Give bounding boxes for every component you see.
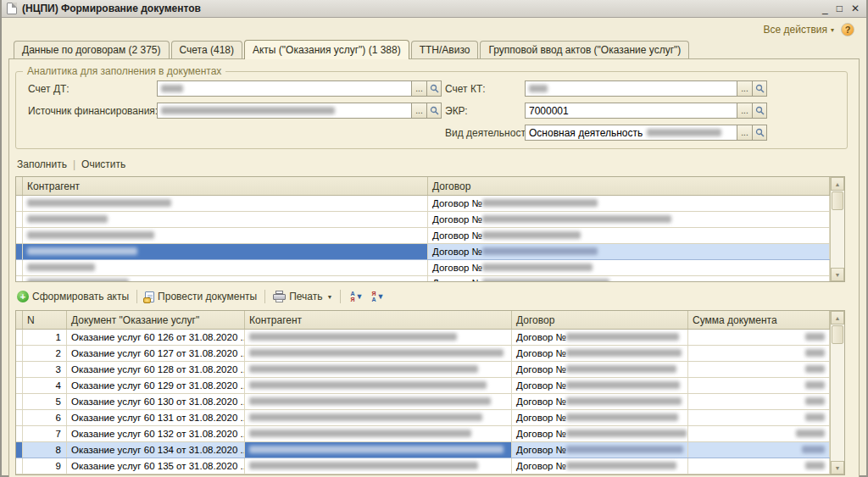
contract-cell: Договор № — [428, 260, 830, 275]
sort-ascending-button[interactable]: АЯ ▼ — [348, 290, 364, 303]
redacted-text — [27, 247, 137, 255]
table-row[interactable]: Договор № — [16, 276, 830, 281]
contract-prefix: Договор № — [516, 380, 566, 391]
contract-cell: Договор № — [512, 362, 688, 377]
redacted-text — [482, 231, 581, 239]
table-row[interactable]: Договор № — [16, 260, 830, 276]
istochnik-ellipsis-button[interactable]: ... — [411, 103, 426, 119]
vid-magnifier-icon[interactable] — [752, 125, 767, 141]
tab-content-panel: Аналитика для заполнения в документах Сч… — [8, 58, 860, 477]
table-row[interactable]: 1Оказание услуг 60 126 от 31.08.2020 ...… — [16, 330, 830, 346]
tab-0[interactable]: Данные по договорам (2 375) — [14, 41, 170, 58]
contract-prefix: Договор № — [516, 429, 566, 439]
contracts-table-scrollbar[interactable]: ▲ ▼ — [830, 177, 844, 281]
redacted-text — [249, 333, 457, 341]
redacted-text — [802, 446, 825, 453]
table-row[interactable]: 9Оказание услуг 60 135 от 31.08.2020 ...… — [16, 458, 830, 474]
analytics-groupbox: Аналитика для заполнения в документах Сч… — [15, 71, 848, 149]
clear-button[interactable]: Очистить — [81, 158, 125, 170]
sort-descending-button[interactable]: ЯА ▼ — [370, 290, 386, 303]
table-row[interactable]: 4Оказание услуг 60 129 от 31.08.2020 ...… — [16, 378, 830, 394]
schet-kt-magnifier-icon[interactable] — [752, 80, 767, 97]
sum-cell — [688, 426, 830, 441]
print-label: Печать — [289, 291, 322, 302]
table-row[interactable]: 5Оказание услуг 60 130 от 31.08.2020 ...… — [16, 394, 830, 410]
post-documents-button[interactable]: Провести документы — [145, 291, 257, 302]
table-row[interactable]: Договор № — [16, 228, 830, 244]
vid-deyatelnosti-field[interactable]: Основная деятельность... — [525, 125, 767, 141]
header-contract[interactable]: Договор — [428, 177, 830, 195]
redacted-text — [566, 397, 682, 405]
schet-kt-ellipsis-button[interactable]: ... — [737, 80, 752, 97]
contract-cell: Договор № — [512, 378, 688, 393]
header-contractor[interactable]: Контрагент — [23, 177, 428, 195]
print-button[interactable]: Печать ▼ — [273, 291, 332, 302]
contracts-table: Контрагент Договор Договор №Договор №Дог… — [15, 176, 845, 282]
contract-cell: Договор № — [512, 346, 688, 361]
scroll-up-icon[interactable]: ▲ — [831, 311, 844, 324]
redacted-text — [805, 365, 825, 373]
schet-dt-ellipsis-button[interactable]: ... — [411, 80, 426, 97]
schet-kt-field[interactable]: ... — [525, 80, 767, 97]
ekr-field[interactable]: 7000001... — [525, 103, 767, 119]
redacted-text — [27, 263, 95, 271]
schet-dt-field[interactable]: ... — [157, 80, 442, 97]
fill-button[interactable]: Заполнить — [17, 158, 67, 170]
row-number-cell: 4 — [23, 378, 67, 393]
scroll-thumb[interactable] — [832, 191, 843, 210]
tab-1[interactable]: Счета (418) — [171, 41, 242, 58]
header-contractor[interactable]: Контрагент — [245, 311, 512, 329]
scroll-up-icon[interactable]: ▲ — [831, 177, 844, 191]
istochnik-field[interactable]: ... — [157, 103, 442, 119]
help-button[interactable]: ? — [841, 23, 854, 36]
ekr-magnifier-icon[interactable] — [752, 103, 767, 119]
table-row[interactable]: 3Оказание услуг 60 128 от 31.08.2020 ...… — [16, 362, 830, 378]
table-row[interactable]: 6Оказание услуг 60 131 от 31.08.2020 ...… — [16, 410, 830, 426]
generate-acts-button[interactable]: + Сформировать акты — [17, 291, 129, 302]
redacted-text — [482, 279, 609, 281]
contractor-cell — [245, 426, 512, 441]
schet-dt-magnifier-icon[interactable] — [426, 80, 442, 97]
maximize-button[interactable]: □ — [837, 3, 843, 14]
istochnik-label: Источник финансирования: — [28, 105, 153, 117]
istochnik-magnifier-icon[interactable] — [426, 103, 442, 119]
row-number-cell: 3 — [23, 362, 67, 377]
contract-prefix: Договор № — [432, 263, 482, 273]
scroll-thumb[interactable] — [832, 325, 843, 344]
redacted-text — [566, 462, 676, 469]
close-button[interactable]: ✕ — [851, 3, 860, 14]
header-contract[interactable]: Договор — [512, 311, 688, 329]
redacted-text — [805, 333, 825, 341]
row-number-cell: 7 — [23, 426, 67, 441]
minimize-button[interactable]: _ — [822, 3, 828, 14]
table-row[interactable]: Договор № — [16, 244, 830, 260]
contractor-cell — [245, 394, 512, 409]
tab-4[interactable]: Групповой ввод актов ("Оказание услуг") — [480, 41, 689, 58]
all-actions-button[interactable]: Все действия ▾ — [764, 24, 834, 36]
table-row[interactable]: Договор № — [16, 212, 830, 228]
sum-cell — [688, 362, 830, 377]
table-row[interactable]: 8Оказание услуг 60 134 от 31.08.2020 ...… — [16, 442, 830, 458]
table-row[interactable]: Договор № — [16, 196, 830, 212]
row-marker — [16, 410, 23, 425]
ekr-ellipsis-button[interactable]: ... — [737, 103, 752, 119]
table-row[interactable]: 7Оказание услуг 60 132 от 31.08.2020 ...… — [16, 426, 830, 442]
table-row[interactable]: 2Оказание услуг 60 127 от 31.08.2020 ...… — [16, 346, 830, 362]
vid-ellipsis-button[interactable]: ... — [737, 125, 752, 141]
header-sum[interactable]: Сумма документа — [688, 311, 830, 329]
scroll-down-icon[interactable]: ▼ — [831, 268, 844, 281]
tab-3[interactable]: ТТН/Авизо — [411, 41, 479, 58]
contractor-cell — [245, 410, 512, 425]
header-document[interactable]: Документ "Оказание услуг" — [67, 311, 245, 329]
contract-prefix: Договор № — [516, 397, 566, 407]
row-marker — [16, 458, 23, 474]
vid-deyatelnosti-label: Вид деятельности: — [445, 127, 521, 139]
contractor-cell — [245, 378, 512, 393]
document-cell: Оказание услуг 60 131 от 31.08.2020 ... — [67, 410, 245, 425]
row-marker — [16, 362, 23, 377]
header-n[interactable]: N — [23, 311, 67, 329]
sum-cell — [688, 346, 830, 361]
acts-table-scrollbar[interactable]: ▲ ▼ — [830, 311, 844, 474]
tab-2[interactable]: Акты ("Оказания услуг") (1 388) — [244, 40, 409, 59]
scroll-down-icon[interactable]: ▼ — [831, 461, 844, 474]
